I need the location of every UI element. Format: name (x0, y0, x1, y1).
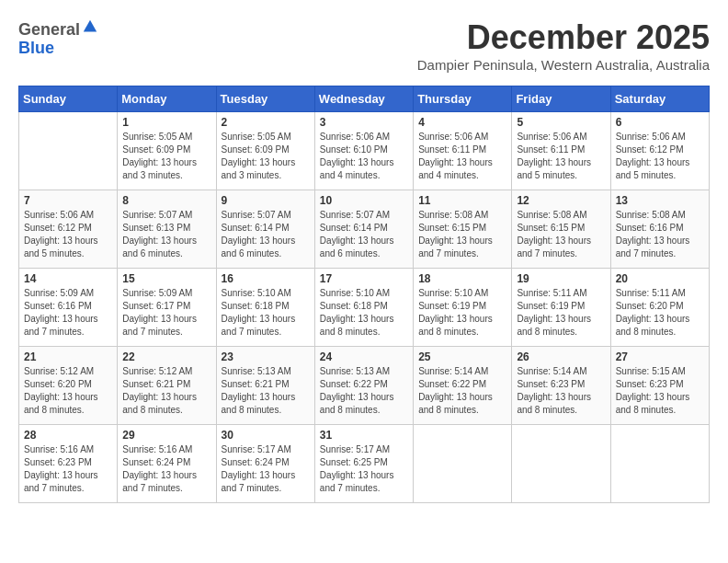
calendar-day-cell: 12Sunrise: 5:08 AM Sunset: 6:15 PM Dayli… (512, 190, 610, 269)
day-number: 30 (222, 429, 310, 442)
day-info: Sunrise: 5:17 AM Sunset: 6:25 PM Dayligh… (320, 443, 408, 495)
calendar-day-cell: 7Sunrise: 5:06 AM Sunset: 6:12 PM Daylig… (19, 190, 118, 269)
day-number: 11 (418, 194, 506, 207)
logo-blue: Blue (18, 39, 54, 57)
day-info: Sunrise: 5:08 AM Sunset: 6:15 PM Dayligh… (517, 209, 605, 260)
day-number: 15 (122, 272, 210, 285)
calendar-table: SundayMondayTuesdayWednesdayThursdayFrid… (18, 86, 710, 503)
calendar-day-cell: 4Sunrise: 5:06 AM Sunset: 6:11 PM Daylig… (414, 112, 512, 190)
day-number: 13 (616, 194, 704, 207)
day-info: Sunrise: 5:13 AM Sunset: 6:21 PM Dayligh… (222, 365, 310, 417)
day-number: 14 (24, 272, 112, 285)
calendar-day-cell: 1Sunrise: 5:05 AM Sunset: 6:09 PM Daylig… (118, 112, 216, 190)
page-title: December 2025 (417, 18, 710, 57)
day-info: Sunrise: 5:06 AM Sunset: 6:10 PM Dayligh… (320, 131, 408, 182)
day-info: Sunrise: 5:16 AM Sunset: 6:23 PM Dayligh… (24, 443, 112, 495)
calendar-day-cell: 2Sunrise: 5:05 AM Sunset: 6:09 PM Daylig… (216, 112, 314, 190)
day-number: 18 (418, 272, 506, 285)
calendar-day-cell: 19Sunrise: 5:11 AM Sunset: 6:19 PM Dayli… (512, 269, 610, 347)
day-info: Sunrise: 5:07 AM Sunset: 6:13 PM Dayligh… (122, 209, 210, 260)
calendar-day-cell: 22Sunrise: 5:12 AM Sunset: 6:21 PM Dayli… (118, 347, 216, 425)
day-number: 1 (122, 116, 210, 129)
day-info: Sunrise: 5:07 AM Sunset: 6:14 PM Dayligh… (320, 209, 408, 260)
day-number: 23 (222, 350, 310, 363)
logo: General Blue (18, 18, 98, 58)
calendar-day-cell: 27Sunrise: 5:15 AM Sunset: 6:23 PM Dayli… (610, 347, 709, 425)
day-number: 8 (122, 194, 210, 207)
day-number: 22 (122, 350, 210, 363)
day-info: Sunrise: 5:05 AM Sunset: 6:09 PM Dayligh… (122, 131, 210, 182)
day-number: 24 (320, 350, 408, 363)
day-info: Sunrise: 5:11 AM Sunset: 6:19 PM Dayligh… (517, 287, 605, 339)
day-of-week-header: Friday (512, 86, 610, 112)
day-number: 21 (24, 350, 112, 363)
day-info: Sunrise: 5:09 AM Sunset: 6:17 PM Dayligh… (122, 287, 210, 339)
day-info: Sunrise: 5:08 AM Sunset: 6:16 PM Dayligh… (616, 209, 704, 260)
svg-marker-0 (84, 20, 97, 32)
day-number: 4 (418, 116, 506, 129)
calendar-day-cell: 21Sunrise: 5:12 AM Sunset: 6:20 PM Dayli… (19, 347, 118, 425)
calendar-day-cell: 11Sunrise: 5:08 AM Sunset: 6:15 PM Dayli… (414, 190, 512, 269)
day-number: 6 (616, 116, 704, 129)
day-number: 28 (24, 429, 112, 442)
day-number: 25 (418, 350, 506, 363)
day-info: Sunrise: 5:14 AM Sunset: 6:23 PM Dayligh… (517, 365, 605, 417)
calendar-day-cell: 31Sunrise: 5:17 AM Sunset: 6:25 PM Dayli… (314, 425, 413, 503)
day-number: 27 (616, 350, 704, 363)
calendar-day-cell (19, 112, 118, 190)
calendar-day-cell: 24Sunrise: 5:13 AM Sunset: 6:22 PM Dayli… (314, 347, 413, 425)
day-info: Sunrise: 5:15 AM Sunset: 6:23 PM Dayligh… (616, 365, 704, 417)
day-info: Sunrise: 5:11 AM Sunset: 6:20 PM Dayligh… (616, 287, 704, 339)
day-info: Sunrise: 5:06 AM Sunset: 6:12 PM Dayligh… (616, 131, 704, 182)
day-info: Sunrise: 5:06 AM Sunset: 6:11 PM Dayligh… (418, 131, 506, 182)
calendar-day-cell: 13Sunrise: 5:08 AM Sunset: 6:16 PM Dayli… (610, 190, 709, 269)
day-number: 20 (616, 272, 704, 285)
day-number: 2 (222, 116, 310, 129)
day-number: 19 (517, 272, 605, 285)
calendar-day-cell: 20Sunrise: 5:11 AM Sunset: 6:20 PM Dayli… (610, 269, 709, 347)
day-of-week-header: Thursday (414, 86, 512, 112)
day-info: Sunrise: 5:10 AM Sunset: 6:18 PM Dayligh… (320, 287, 408, 339)
calendar-day-cell: 5Sunrise: 5:06 AM Sunset: 6:11 PM Daylig… (512, 112, 610, 190)
day-of-week-header: Tuesday (216, 86, 314, 112)
day-info: Sunrise: 5:16 AM Sunset: 6:24 PM Dayligh… (122, 443, 210, 495)
day-info: Sunrise: 5:17 AM Sunset: 6:24 PM Dayligh… (222, 443, 310, 495)
day-info: Sunrise: 5:07 AM Sunset: 6:14 PM Dayligh… (222, 209, 310, 260)
calendar-day-cell: 29Sunrise: 5:16 AM Sunset: 6:24 PM Dayli… (118, 425, 216, 503)
calendar-day-cell: 18Sunrise: 5:10 AM Sunset: 6:19 PM Dayli… (414, 269, 512, 347)
day-info: Sunrise: 5:08 AM Sunset: 6:15 PM Dayligh… (418, 209, 506, 260)
calendar-day-cell: 30Sunrise: 5:17 AM Sunset: 6:24 PM Dayli… (216, 425, 314, 503)
calendar-day-cell: 26Sunrise: 5:14 AM Sunset: 6:23 PM Dayli… (512, 347, 610, 425)
calendar-day-cell: 17Sunrise: 5:10 AM Sunset: 6:18 PM Dayli… (314, 269, 413, 347)
calendar-header-row: SundayMondayTuesdayWednesdayThursdayFrid… (19, 86, 710, 112)
day-number: 7 (24, 194, 112, 207)
calendar-day-cell: 8Sunrise: 5:07 AM Sunset: 6:13 PM Daylig… (118, 190, 216, 269)
day-number: 3 (320, 116, 408, 129)
day-of-week-header: Monday (118, 86, 216, 112)
day-number: 29 (122, 429, 210, 442)
calendar-day-cell: 15Sunrise: 5:09 AM Sunset: 6:17 PM Dayli… (118, 269, 216, 347)
day-info: Sunrise: 5:12 AM Sunset: 6:21 PM Dayligh… (122, 365, 210, 417)
day-info: Sunrise: 5:06 AM Sunset: 6:11 PM Dayligh… (517, 131, 605, 182)
day-info: Sunrise: 5:12 AM Sunset: 6:20 PM Dayligh… (24, 365, 112, 417)
calendar-day-cell: 28Sunrise: 5:16 AM Sunset: 6:23 PM Dayli… (19, 425, 118, 503)
calendar-week-row: 7Sunrise: 5:06 AM Sunset: 6:12 PM Daylig… (19, 190, 710, 269)
calendar-week-row: 21Sunrise: 5:12 AM Sunset: 6:20 PM Dayli… (19, 347, 710, 425)
day-info: Sunrise: 5:05 AM Sunset: 6:09 PM Dayligh… (222, 131, 310, 182)
day-info: Sunrise: 5:06 AM Sunset: 6:12 PM Dayligh… (24, 209, 112, 260)
day-number: 12 (517, 194, 605, 207)
calendar-day-cell: 16Sunrise: 5:10 AM Sunset: 6:18 PM Dayli… (216, 269, 314, 347)
day-number: 10 (320, 194, 408, 207)
calendar-day-cell: 6Sunrise: 5:06 AM Sunset: 6:12 PM Daylig… (610, 112, 709, 190)
day-number: 31 (320, 429, 408, 442)
calendar-day-cell (512, 425, 610, 503)
calendar-day-cell: 10Sunrise: 5:07 AM Sunset: 6:14 PM Dayli… (314, 190, 413, 269)
calendar-week-row: 28Sunrise: 5:16 AM Sunset: 6:23 PM Dayli… (19, 425, 710, 503)
calendar-day-cell: 25Sunrise: 5:14 AM Sunset: 6:22 PM Dayli… (414, 347, 512, 425)
calendar-day-cell (610, 425, 709, 503)
day-number: 26 (517, 350, 605, 363)
day-info: Sunrise: 5:10 AM Sunset: 6:19 PM Dayligh… (418, 287, 506, 339)
calendar-day-cell: 3Sunrise: 5:06 AM Sunset: 6:10 PM Daylig… (314, 112, 413, 190)
calendar-day-cell: 14Sunrise: 5:09 AM Sunset: 6:16 PM Dayli… (19, 269, 118, 347)
day-number: 9 (222, 194, 310, 207)
